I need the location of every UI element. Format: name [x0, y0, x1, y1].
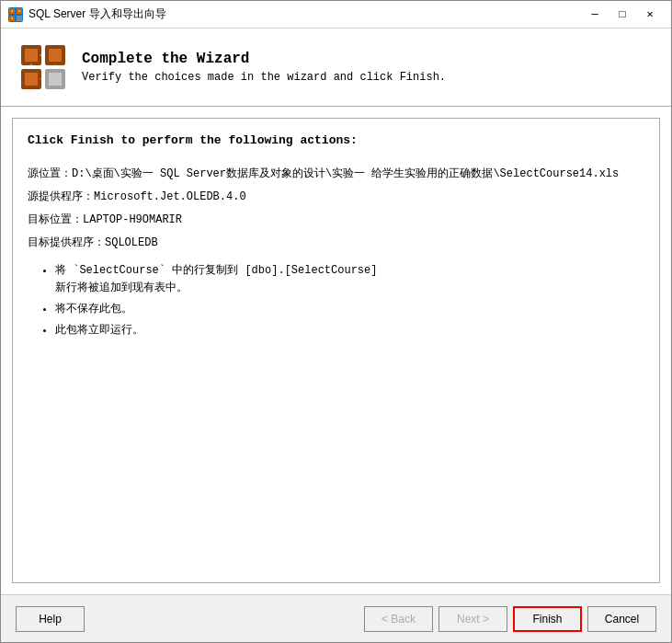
dest-value: LAPTOP-H9OMARIR [83, 213, 182, 226]
svg-rect-5 [18, 10, 20, 12]
source-label: 源位置： [28, 167, 72, 180]
content-body: 源位置：D:\桌面\实验一 SQL Server数据库及对象的设计\实验一 给学… [28, 166, 644, 340]
window-icon [8, 7, 23, 22]
window-controls: — □ ✕ [581, 6, 664, 24]
list-item-1: 将 `SelectCourse` 中的行复制到 [dbo].[SelectCou… [55, 262, 644, 297]
dest-provider-label: 目标提供程序： [28, 236, 105, 249]
content-box: Click Finish to perform the following ac… [12, 118, 660, 583]
close-button[interactable]: ✕ [636, 6, 664, 24]
dest-provider-line: 目标提供程序：SQLOLEDB [28, 235, 644, 252]
dest-provider-value: SQLOLEDB [105, 236, 158, 249]
wizard-title: Complete the Wizard [82, 51, 653, 67]
main-window: SQL Server 导入和导出向导 — □ ✕ [0, 0, 672, 643]
help-button[interactable]: Help [16, 606, 85, 632]
source-value: D:\桌面\实验一 SQL Server数据库及对象的设计\实验一 给学生实验用… [72, 167, 619, 180]
wizard-content: Click Finish to perform the following ac… [1, 107, 671, 594]
dest-line: 目标位置：LAPTOP-H9OMARIR [28, 212, 644, 229]
window-title: SQL Server 导入和导出向导 [28, 6, 581, 22]
source-info: 源位置：D:\桌面\实验一 SQL Server数据库及对象的设计\实验一 给学… [28, 166, 644, 253]
content-heading: Click Finish to perform the following ac… [28, 132, 644, 151]
dest-label: 目标位置： [28, 213, 83, 226]
source-line: 源位置：D:\桌面\实验一 SQL Server数据库及对象的设计\实验一 给学… [28, 166, 644, 183]
svg-rect-13 [25, 73, 38, 86]
wizard-header: Complete the Wizard Verify the choices m… [1, 29, 671, 107]
wizard-footer: Help < Back Next > Finish Cancel [1, 594, 671, 642]
provider-label: 源提供程序： [28, 190, 94, 203]
wizard-icon [19, 43, 67, 91]
provider-value: Microsoft.Jet.OLEDB.4.0 [94, 190, 246, 203]
provider-line: 源提供程序：Microsoft.Jet.OLEDB.4.0 [28, 189, 644, 206]
minimize-button[interactable]: — [581, 6, 609, 24]
list-item-3: 此包将立即运行。 [55, 322, 644, 339]
svg-rect-3 [17, 16, 22, 21]
svg-rect-6 [11, 17, 13, 19]
action-list: 将 `SelectCourse` 中的行复制到 [dbo].[SelectCou… [55, 262, 644, 340]
maximize-button[interactable]: □ [609, 6, 636, 24]
title-bar: SQL Server 导入和导出向导 — □ ✕ [1, 1, 671, 29]
finish-button[interactable]: Finish [513, 606, 582, 632]
next-button[interactable]: Next > [439, 606, 507, 632]
list-item-2: 将不保存此包。 [55, 301, 644, 318]
footer-left: Help [16, 606, 85, 632]
cancel-button[interactable]: Cancel [587, 606, 656, 632]
footer-right: < Back Next > Finish Cancel [364, 606, 656, 632]
svg-rect-11 [25, 49, 38, 62]
svg-rect-12 [49, 49, 62, 62]
svg-rect-14 [49, 73, 62, 86]
wizard-header-text: Complete the Wizard Verify the choices m… [82, 51, 653, 84]
svg-rect-4 [11, 10, 13, 12]
back-button[interactable]: < Back [364, 606, 433, 632]
wizard-subtitle: Verify the choices made in the wizard an… [82, 71, 653, 84]
